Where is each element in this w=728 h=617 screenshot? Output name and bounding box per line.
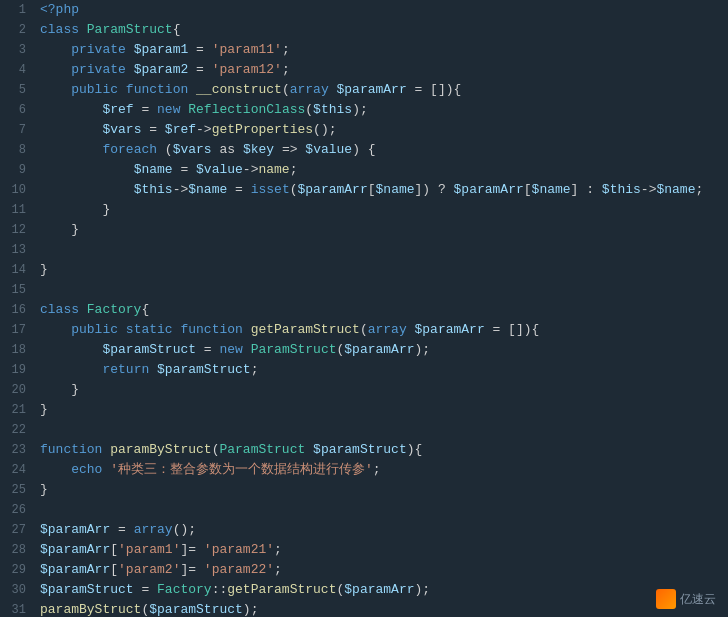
token-var: $ref [102,102,133,117]
code-line: 5 public function __construct(array $par… [0,80,728,100]
line-content: foreach ($vars as $key => $value) { [36,140,728,160]
token-kw: function [40,442,110,457]
token-op: -> [173,182,189,197]
token-cn: ParamStruct [251,342,337,357]
token-op: [ [110,562,118,577]
token-var: $paramArr [454,182,524,197]
token-op: ; [282,62,290,77]
line-content: public function __construct(array $param… [36,80,728,100]
token-str: 'param21' [204,542,274,557]
line-content: function paramByStruct(ParamStruct $para… [36,440,728,460]
token-fn: getParamStruct [227,582,336,597]
line-content: $ref = new ReflectionClass($this); [36,100,728,120]
token-op: } [71,382,79,397]
token-var: $paramArr [344,342,414,357]
token-var: $name [532,182,571,197]
code-line: 27$paramArr = array(); [0,520,728,540]
code-line: 7 $vars = $ref->getProperties(); [0,120,728,140]
token-op: { [173,22,181,37]
token-kw: class [40,22,87,37]
line-number: 9 [0,160,36,180]
line-number: 19 [0,360,36,380]
code-line: 17 public static function getParamStruct… [0,320,728,340]
line-content: } [36,260,728,280]
token-normal [40,42,71,57]
line-number: 22 [0,420,36,440]
token-op: ) { [352,142,375,157]
code-line: 12 } [0,220,728,240]
token-var: $paramArr [337,82,407,97]
token-op: } [40,402,48,417]
token-kw: new [219,342,250,357]
code-line: 9 $name = $value->name; [0,160,728,180]
token-op: as [212,142,243,157]
code-line: 13 [0,240,728,260]
token-op: (); [173,522,196,537]
token-op: = [173,162,196,177]
code-line: 10 $this->$name = isset($paramArr[$name]… [0,180,728,200]
code-line: 29$paramArr['param2']= 'param22'; [0,560,728,580]
line-number: 18 [0,340,36,360]
token-str: 'param12' [212,62,282,77]
line-content: public static function getParamStruct(ar… [36,320,728,340]
token-op: ( [360,322,368,337]
line-content: echo '种类三：整合参数为一个数据结构进行传参'; [36,460,728,480]
token-fn: __construct [196,82,282,97]
line-number: 20 [0,380,36,400]
token-op: = []){ [407,82,462,97]
token-fn: getProperties [212,122,313,137]
line-number: 21 [0,400,36,420]
code-line: 18 $paramStruct = new ParamStruct($param… [0,340,728,360]
token-var: $name [188,182,227,197]
code-line: 1<?php [0,0,728,20]
token-str: 'param1' [118,542,180,557]
line-content: class Factory{ [36,300,728,320]
token-normal [40,202,102,217]
token-op: ( [165,142,173,157]
token-str: 'param2' [118,562,180,577]
line-content: } [36,480,728,500]
code-line: 20 } [0,380,728,400]
code-line: 15 [0,280,728,300]
token-var: $vars [173,142,212,157]
token-php: <?php [40,2,79,17]
token-op: ( [305,102,313,117]
code-line: 30$paramStruct = Factory::getParamStruct… [0,580,728,600]
token-var: $paramArr [40,562,110,577]
code-line: 28$paramArr['param1']= 'param21'; [0,540,728,560]
token-op: ); [415,582,431,597]
token-normal [40,382,71,397]
token-cn: ParamStruct [87,22,173,37]
token-var: $value [196,162,243,177]
token-var: $paramStruct [40,582,134,597]
token-op: -> [243,162,259,177]
line-content: $paramStruct = Factory::getParamStruct($… [36,580,728,600]
token-kw: foreach [102,142,164,157]
token-op: } [102,202,110,217]
token-cn: ReflectionClass [188,102,305,117]
token-fn: paramByStruct [40,602,141,617]
token-op: ( [290,182,298,197]
token-var: $this [602,182,641,197]
token-kw: new [157,102,188,117]
token-var: $paramStruct [157,362,251,377]
token-op: } [40,262,48,277]
token-normal [40,122,102,137]
token-var: $vars [102,122,141,137]
token-fn: paramByStruct [110,442,211,457]
token-op: = [110,522,133,537]
token-op: ); [352,102,368,117]
line-number: 31 [0,600,36,617]
line-content: <?php [36,0,728,20]
token-normal [40,142,102,157]
line-number: 10 [0,180,36,200]
line-content [36,240,728,260]
token-op: ; [251,362,259,377]
code-line: 22 [0,420,728,440]
token-str: 'param22' [204,562,274,577]
token-op: = [188,42,211,57]
line-number: 12 [0,220,36,240]
line-number: 23 [0,440,36,460]
token-normal [40,462,71,477]
line-content: } [36,400,728,420]
